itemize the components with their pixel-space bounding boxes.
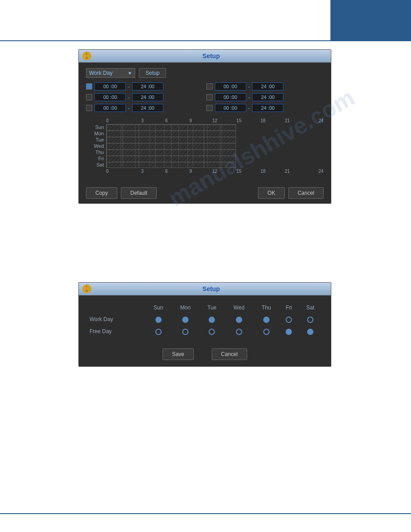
time-row-3: 00 :00 - 24 :00 [86, 104, 204, 112]
time-ranges-grid: 00 :00 - 24 :00 00 :00 - 24 :00 00 :00 -… [86, 82, 324, 112]
dropdown-row: Work Day ▼ Setup [86, 68, 324, 78]
time-start-3[interactable]: 00 :00 [94, 104, 126, 112]
hour-label-21-top: 21 [275, 118, 300, 123]
checkbox-2[interactable] [86, 94, 92, 100]
hour-label-9-top: 9 [179, 118, 203, 123]
dialog2-footer: Save Cancel [79, 344, 331, 366]
hour-labels-bottom: 0 3 6 9 12 15 18 21 24 [106, 169, 324, 174]
workday-dropdown[interactable]: Work Day ▼ [86, 68, 135, 78]
freeday-sat-radio[interactable] [307, 329, 313, 335]
time-start-5[interactable]: 00 :00 [215, 93, 246, 101]
col-thu: Thu [253, 302, 279, 313]
freeday-mon[interactable] [171, 326, 199, 338]
cancel-button-1[interactable]: Cancel [288, 187, 324, 199]
workday-label: Work Day [88, 313, 145, 326]
bottom-divider [0, 513, 411, 514]
workday-sun-radio[interactable] [155, 317, 162, 323]
footer-left-buttons: Copy Default [86, 187, 157, 199]
copy-button[interactable]: Copy [86, 187, 117, 199]
time-end-2[interactable]: 24 :00 [132, 93, 163, 101]
checkbox-3[interactable] [86, 105, 92, 111]
time-sep-5: - [248, 94, 250, 100]
time-end-3[interactable]: 24 :00 [132, 104, 163, 112]
workday-tue[interactable] [199, 313, 224, 326]
save-button[interactable]: Save [163, 348, 193, 360]
day-thu: Thu [86, 149, 106, 155]
workday-row: Work Day [88, 313, 322, 326]
grid-with-labels: Sun Mon Tue Wed Thu Fri Sat [86, 124, 324, 168]
freeday-thu-radio[interactable] [263, 329, 270, 335]
dialog2-title: Setup [95, 285, 327, 292]
time-end-4[interactable]: 24 :00 [252, 82, 283, 90]
checkbox-6[interactable] [206, 105, 213, 111]
freeday-thu[interactable] [253, 326, 279, 338]
hour-label-3-top: 3 [130, 118, 154, 123]
cancel-button-2[interactable]: Cancel [212, 348, 247, 360]
workday-sat-radio[interactable] [307, 317, 313, 323]
time-end-5[interactable]: 24 :00 [252, 93, 283, 101]
workday-mon-radio[interactable] [182, 317, 188, 323]
schedule-section: 0 3 6 9 12 15 18 21 24 Sun Mon Tue Wed T… [86, 118, 324, 174]
workday-sun[interactable] [145, 313, 171, 326]
workday-sat[interactable] [299, 313, 322, 326]
dow-header-row: Sun Mon Tue Wed Thu Fri Sat [88, 302, 322, 313]
time-row-6: 00 :00 - 24 :00 [206, 104, 324, 112]
hour-label-18-top: 18 [251, 118, 275, 123]
freeday-mon-radio[interactable] [182, 329, 188, 335]
svg-rect-3 [107, 124, 236, 168]
checkbox-4[interactable] [206, 83, 213, 90]
time-row-1: 00 :00 - 24 :00 [86, 82, 204, 90]
workday-thu[interactable] [253, 313, 279, 326]
header-decoration [330, 0, 411, 40]
col-tue: Tue [199, 302, 224, 313]
hour-label-24-top: 24 [300, 118, 324, 123]
ok-button[interactable]: OK [258, 187, 284, 199]
day-fri: Fri [86, 155, 106, 162]
freeday-sun[interactable] [145, 326, 171, 338]
freeday-sat[interactable] [299, 326, 322, 338]
dialog1-body: Work Day ▼ Setup 00 :00 - 24 :00 00 :00 … [79, 63, 331, 183]
freeday-wed-radio[interactable] [236, 329, 242, 335]
workday-fri[interactable] [279, 313, 299, 326]
col-empty [88, 302, 145, 313]
dialog1-titlebar: 🚶 Setup [79, 50, 331, 63]
day-sat: Sat [86, 162, 106, 168]
freeday-fri[interactable] [279, 326, 299, 338]
time-end-1[interactable]: 24 :00 [132, 82, 163, 90]
checkbox-1[interactable] [86, 83, 92, 90]
workday-wed-radio[interactable] [236, 317, 242, 323]
time-start-6[interactable]: 00 :00 [215, 104, 246, 112]
workday-wed[interactable] [225, 313, 254, 326]
dialog2-icon: 🚶 [82, 284, 91, 293]
hour-label-15-bot: 15 [227, 169, 251, 174]
freeday-tue-radio[interactable] [209, 329, 215, 335]
day-tue: Tue [86, 137, 106, 143]
day-wed: Wed [86, 143, 106, 149]
day-sun: Sun [86, 124, 106, 130]
freeday-tue[interactable] [199, 326, 224, 338]
workday-mon[interactable] [171, 313, 199, 326]
time-start-2[interactable]: 00 :00 [94, 93, 126, 101]
freeday-fri-radio[interactable] [286, 329, 292, 335]
time-start-1[interactable]: 00 :00 [94, 82, 126, 90]
dialog1-title: Setup [95, 52, 327, 60]
time-sep-4: - [248, 84, 250, 89]
time-end-6[interactable]: 24 :00 [252, 104, 283, 112]
freeday-sun-radio[interactable] [155, 329, 162, 335]
time-sep-6: - [248, 105, 250, 111]
default-button[interactable]: Default [121, 187, 157, 199]
col-sat: Sat [299, 302, 322, 313]
workday-thu-radio[interactable] [263, 317, 270, 323]
workday-tue-radio[interactable] [209, 317, 215, 323]
time-row-5: 00 :00 - 24 :00 [206, 93, 324, 101]
time-row-4: 00 :00 - 24 :00 [206, 82, 324, 90]
time-start-4[interactable]: 00 :00 [215, 82, 246, 90]
freeday-wed[interactable] [225, 326, 254, 338]
workday-fri-radio[interactable] [286, 317, 292, 323]
schedule-grid-svg[interactable] [106, 124, 236, 168]
setup-button[interactable]: Setup [139, 68, 166, 78]
checkbox-5[interactable] [206, 94, 213, 100]
hour-label-0-bot: 0 [106, 169, 130, 174]
hour-label-18-bot: 18 [251, 169, 275, 174]
col-fri: Fri [279, 302, 299, 313]
